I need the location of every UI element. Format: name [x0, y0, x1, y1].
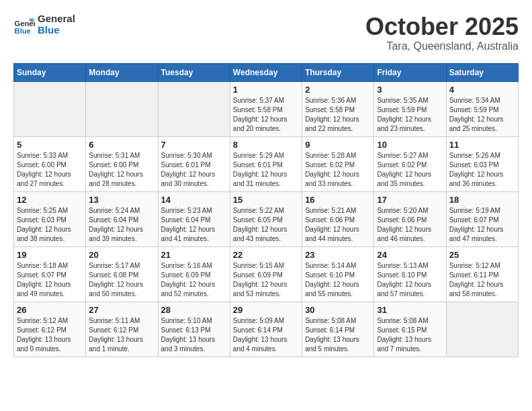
title-block: October 2025 Tara, Queensland, Australia: [365, 13, 519, 52]
logo-blue: Blue: [38, 25, 75, 36]
day-number: 27: [89, 305, 154, 315]
calendar-cell: 31Sunrise: 5:08 AM Sunset: 6:15 PM Dayli…: [374, 302, 446, 357]
location-title: Tara, Queensland, Australia: [365, 40, 519, 52]
day-info: Sunrise: 5:18 AM Sunset: 6:07 PM Dayligh…: [17, 261, 83, 299]
calendar-cell: 12Sunrise: 5:25 AM Sunset: 6:03 PM Dayli…: [14, 191, 86, 246]
day-info: Sunrise: 5:08 AM Sunset: 6:15 PM Dayligh…: [377, 316, 443, 354]
day-info: Sunrise: 5:12 AM Sunset: 6:11 PM Dayligh…: [449, 261, 515, 299]
calendar-cell: 21Sunrise: 5:16 AM Sunset: 6:09 PM Dayli…: [158, 246, 230, 302]
day-number: 12: [17, 195, 83, 205]
day-number: 30: [305, 305, 371, 315]
day-number: 11: [449, 140, 515, 150]
logo: General Blue General Blue: [13, 13, 75, 36]
day-number: 3: [377, 85, 443, 95]
day-number: 10: [377, 140, 443, 150]
day-number: 1: [233, 85, 299, 95]
calendar-cell: 2Sunrise: 5:36 AM Sunset: 5:58 PM Daylig…: [302, 81, 374, 136]
day-info: Sunrise: 5:08 AM Sunset: 6:14 PM Dayligh…: [305, 316, 371, 354]
day-number: 28: [161, 305, 227, 315]
day-info: Sunrise: 5:28 AM Sunset: 6:02 PM Dayligh…: [305, 151, 371, 189]
day-info: Sunrise: 5:37 AM Sunset: 5:58 PM Dayligh…: [233, 96, 299, 134]
col-header-sunday: Sunday: [14, 63, 86, 81]
day-info: Sunrise: 5:29 AM Sunset: 6:01 PM Dayligh…: [233, 151, 299, 189]
day-number: 23: [305, 250, 371, 260]
day-number: 8: [233, 140, 299, 150]
day-info: Sunrise: 5:30 AM Sunset: 6:01 PM Dayligh…: [161, 151, 227, 189]
calendar-cell: 29Sunrise: 5:09 AM Sunset: 6:14 PM Dayli…: [230, 302, 302, 357]
day-number: 19: [17, 250, 83, 260]
day-info: Sunrise: 5:09 AM Sunset: 6:14 PM Dayligh…: [233, 316, 299, 354]
day-number: 18: [449, 195, 515, 205]
day-info: Sunrise: 5:19 AM Sunset: 6:07 PM Dayligh…: [449, 206, 515, 244]
day-info: Sunrise: 5:36 AM Sunset: 5:58 PM Dayligh…: [305, 96, 371, 134]
week-row-5: 26Sunrise: 5:12 AM Sunset: 6:12 PM Dayli…: [14, 302, 519, 357]
col-header-thursday: Thursday: [302, 63, 374, 81]
day-info: Sunrise: 5:34 AM Sunset: 5:59 PM Dayligh…: [449, 96, 515, 134]
logo-general: General: [38, 13, 75, 25]
day-info: Sunrise: 5:15 AM Sunset: 6:09 PM Dayligh…: [233, 261, 299, 299]
calendar-cell: 14Sunrise: 5:23 AM Sunset: 6:04 PM Dayli…: [158, 191, 230, 246]
calendar-cell: [14, 81, 86, 136]
day-info: Sunrise: 5:33 AM Sunset: 6:00 PM Dayligh…: [17, 151, 83, 189]
day-number: 7: [161, 140, 227, 150]
day-number: 9: [305, 140, 371, 150]
day-number: 16: [305, 195, 371, 205]
calendar-cell: 23Sunrise: 5:14 AM Sunset: 6:10 PM Dayli…: [302, 246, 374, 302]
calendar-cell: 10Sunrise: 5:27 AM Sunset: 6:02 PM Dayli…: [374, 136, 446, 191]
day-info: Sunrise: 5:23 AM Sunset: 6:04 PM Dayligh…: [161, 206, 227, 244]
calendar-cell: 24Sunrise: 5:13 AM Sunset: 6:10 PM Dayli…: [374, 246, 446, 302]
day-number: 4: [449, 85, 515, 95]
calendar-cell: [86, 81, 158, 136]
svg-text:Blue: Blue: [15, 26, 31, 34]
col-header-saturday: Saturday: [446, 63, 518, 81]
day-number: 5: [17, 140, 83, 150]
col-header-wednesday: Wednesday: [230, 63, 302, 81]
calendar-cell: 15Sunrise: 5:22 AM Sunset: 6:05 PM Dayli…: [230, 191, 302, 246]
day-info: Sunrise: 5:16 AM Sunset: 6:09 PM Dayligh…: [161, 261, 227, 299]
day-number: 25: [449, 250, 515, 260]
day-info: Sunrise: 5:26 AM Sunset: 6:03 PM Dayligh…: [449, 151, 515, 189]
calendar-cell: 27Sunrise: 5:11 AM Sunset: 6:12 PM Dayli…: [86, 302, 158, 357]
calendar-cell: 17Sunrise: 5:20 AM Sunset: 6:06 PM Dayli…: [374, 191, 446, 246]
calendar-cell: 1Sunrise: 5:37 AM Sunset: 5:58 PM Daylig…: [230, 81, 302, 136]
col-header-tuesday: Tuesday: [158, 63, 230, 81]
day-info: Sunrise: 5:17 AM Sunset: 6:08 PM Dayligh…: [89, 261, 154, 299]
day-info: Sunrise: 5:12 AM Sunset: 6:12 PM Dayligh…: [17, 316, 83, 354]
calendar-cell: 11Sunrise: 5:26 AM Sunset: 6:03 PM Dayli…: [446, 136, 518, 191]
calendar-cell: [446, 302, 518, 357]
calendar-cell: 13Sunrise: 5:24 AM Sunset: 6:04 PM Dayli…: [86, 191, 158, 246]
day-number: 13: [89, 195, 154, 205]
page-header: General Blue General Blue October 2025 T…: [13, 13, 519, 52]
calendar-cell: 26Sunrise: 5:12 AM Sunset: 6:12 PM Dayli…: [14, 302, 86, 357]
calendar-cell: 6Sunrise: 5:31 AM Sunset: 6:00 PM Daylig…: [86, 136, 158, 191]
day-info: Sunrise: 5:22 AM Sunset: 6:05 PM Dayligh…: [233, 206, 299, 244]
day-number: 15: [233, 195, 299, 205]
day-info: Sunrise: 5:21 AM Sunset: 6:06 PM Dayligh…: [305, 206, 371, 244]
day-number: 22: [233, 250, 299, 260]
calendar-cell: [158, 81, 230, 136]
day-info: Sunrise: 5:35 AM Sunset: 5:59 PM Dayligh…: [377, 96, 443, 134]
calendar-cell: 4Sunrise: 5:34 AM Sunset: 5:59 PM Daylig…: [446, 81, 518, 136]
calendar-cell: 28Sunrise: 5:10 AM Sunset: 6:13 PM Dayli…: [158, 302, 230, 357]
day-info: Sunrise: 5:24 AM Sunset: 6:04 PM Dayligh…: [89, 206, 154, 244]
day-info: Sunrise: 5:14 AM Sunset: 6:10 PM Dayligh…: [305, 261, 371, 299]
logo-icon: General Blue: [13, 14, 35, 36]
calendar-cell: 5Sunrise: 5:33 AM Sunset: 6:00 PM Daylig…: [14, 136, 86, 191]
calendar-cell: 19Sunrise: 5:18 AM Sunset: 6:07 PM Dayli…: [14, 246, 86, 302]
calendar-cell: 30Sunrise: 5:08 AM Sunset: 6:14 PM Dayli…: [302, 302, 374, 357]
calendar-cell: 8Sunrise: 5:29 AM Sunset: 6:01 PM Daylig…: [230, 136, 302, 191]
day-number: 14: [161, 195, 227, 205]
day-number: 26: [17, 305, 83, 315]
day-number: 17: [377, 195, 443, 205]
day-info: Sunrise: 5:31 AM Sunset: 6:00 PM Dayligh…: [89, 151, 154, 189]
day-number: 21: [161, 250, 227, 260]
col-header-friday: Friday: [374, 63, 446, 81]
calendar-table: SundayMondayTuesdayWednesdayThursdayFrid…: [13, 63, 519, 357]
calendar-cell: 3Sunrise: 5:35 AM Sunset: 5:59 PM Daylig…: [374, 81, 446, 136]
day-number: 6: [89, 140, 154, 150]
calendar-cell: 20Sunrise: 5:17 AM Sunset: 6:08 PM Dayli…: [86, 246, 158, 302]
day-number: 31: [377, 305, 443, 315]
week-row-4: 19Sunrise: 5:18 AM Sunset: 6:07 PM Dayli…: [14, 246, 519, 302]
week-row-2: 5Sunrise: 5:33 AM Sunset: 6:00 PM Daylig…: [14, 136, 519, 191]
day-number: 20: [89, 250, 154, 260]
